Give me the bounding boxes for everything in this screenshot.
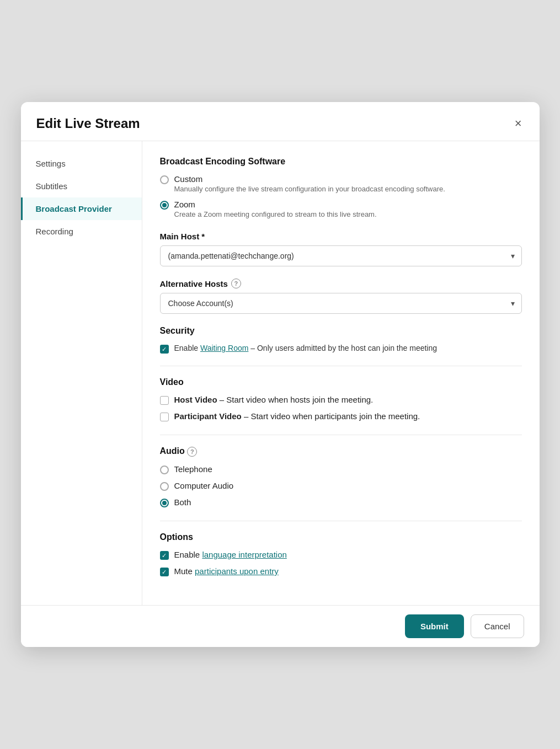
mute-on-entry-option: Mute participants upon entry [160, 566, 522, 576]
options-title: Options [160, 532, 522, 542]
waiting-room-checkbox[interactable] [160, 345, 169, 354]
zoom-desc: Create a Zoom meeting configured to stre… [174, 210, 377, 218]
audio-help-icon[interactable]: ? [187, 447, 197, 457]
waiting-room-enable-label: Enable [174, 344, 199, 352]
custom-label: Custom [174, 174, 445, 184]
host-video-checkbox[interactable] [160, 396, 169, 405]
main-host-section: Main Host * (amanda.pettenati@techchange… [160, 232, 522, 266]
main-host-select-wrapper: (amanda.pettenati@techchange.org) ▾ [160, 245, 522, 266]
radio-telephone[interactable] [160, 466, 169, 474]
modal-header: Edit Live Stream × [21, 102, 540, 141]
broadcast-option-zoom[interactable]: Zoom Create a Zoom meeting configured to… [160, 200, 522, 218]
divider-3 [160, 521, 522, 521]
divider-1 [160, 366, 522, 366]
alternative-hosts-label: Alternative Hosts ? [160, 279, 522, 288]
alternative-hosts-section: Alternative Hosts ? Choose Account(s) ▾ [160, 279, 522, 314]
sidebar-item-broadcast-provider[interactable]: Broadcast Provider [21, 197, 142, 220]
audio-section: Audio ? Telephone Computer Audio Both [160, 446, 522, 507]
mute-on-entry-label: Mute participants upon entry [174, 566, 279, 576]
participant-video-option: Participant Video – Start video when par… [160, 411, 522, 421]
options-list: Enable language interpretation Mute part… [160, 550, 522, 576]
radio-computer-audio[interactable] [160, 482, 169, 491]
radio-both[interactable] [160, 499, 169, 507]
security-title: Security [160, 326, 522, 336]
broadcast-encoding-title: Broadcast Encoding Software [160, 157, 522, 167]
custom-desc: Manually configure the live stream confi… [174, 185, 445, 193]
mute-on-entry-checkbox[interactable] [160, 568, 169, 576]
submit-button[interactable]: Submit [405, 614, 464, 638]
audio-options: Telephone Computer Audio Both [160, 464, 522, 507]
computer-audio-label: Computer Audio [174, 481, 234, 490]
mute-on-entry-link[interactable]: participants upon entry [195, 566, 279, 576]
telephone-label: Telephone [174, 464, 212, 474]
sidebar-item-subtitles[interactable]: Subtitles [21, 175, 142, 197]
host-video-label: Host Video – Start video when hosts join… [174, 395, 374, 404]
modal-title: Edit Live Stream [36, 116, 140, 131]
divider-2 [160, 435, 522, 435]
close-button[interactable]: × [513, 115, 524, 132]
audio-title: Audio ? [160, 446, 522, 457]
radio-zoom[interactable] [160, 201, 169, 210]
zoom-label: Zoom [174, 200, 377, 209]
participant-video-label: Participant Video – Start video when par… [174, 411, 420, 421]
language-interpretation-label: Enable language interpretation [174, 550, 287, 559]
alternative-hosts-help-icon[interactable]: ? [231, 279, 241, 288]
sidebar: Settings Subtitles Broadcast Provider Re… [21, 141, 142, 605]
broadcast-encoding-section: Broadcast Encoding Software Custom Manua… [160, 157, 522, 218]
audio-telephone-option[interactable]: Telephone [160, 464, 522, 474]
waiting-room-option: Enable Waiting Room – Only users admitte… [160, 344, 522, 354]
video-title: Video [160, 377, 522, 387]
video-options: Host Video – Start video when hosts join… [160, 395, 522, 421]
main-host-label: Main Host * [160, 232, 522, 241]
main-host-select[interactable]: (amanda.pettenati@techchange.org) [161, 246, 521, 266]
broadcast-option-custom[interactable]: Custom Manually configure the live strea… [160, 174, 522, 193]
security-section: Security Enable Waiting Room – Only user… [160, 326, 522, 354]
alternative-hosts-select-wrapper: Choose Account(s) ▾ [160, 293, 522, 314]
participant-video-checkbox[interactable] [160, 413, 169, 421]
audio-both-option[interactable]: Both [160, 497, 522, 507]
content-area: Broadcast Encoding Software Custom Manua… [142, 141, 540, 605]
options-section: Options Enable language interpretation M… [160, 532, 522, 576]
waiting-room-suffix: – Only users admitted by the host can jo… [250, 344, 437, 352]
waiting-room-link[interactable]: Waiting Room [200, 344, 248, 352]
audio-computer-option[interactable]: Computer Audio [160, 481, 522, 491]
radio-custom[interactable] [160, 175, 169, 184]
edit-live-stream-modal: Edit Live Stream × Settings Subtitles Br… [21, 102, 540, 647]
language-interpretation-link[interactable]: language interpretation [202, 550, 286, 559]
sidebar-item-recording[interactable]: Recording [21, 220, 142, 243]
host-video-option: Host Video – Start video when hosts join… [160, 395, 522, 405]
language-interpretation-checkbox[interactable] [160, 551, 169, 560]
modal-footer: Submit Cancel [21, 605, 540, 647]
cancel-button[interactable]: Cancel [471, 614, 524, 638]
alternative-hosts-select[interactable]: Choose Account(s) [161, 293, 521, 313]
language-interpretation-option: Enable language interpretation [160, 550, 522, 560]
modal-body: Settings Subtitles Broadcast Provider Re… [21, 141, 540, 605]
broadcast-encoding-options: Custom Manually configure the live strea… [160, 174, 522, 218]
video-section: Video Host Video – Start video when host… [160, 377, 522, 421]
both-label: Both [174, 497, 191, 507]
sidebar-item-settings[interactable]: Settings [21, 152, 142, 175]
